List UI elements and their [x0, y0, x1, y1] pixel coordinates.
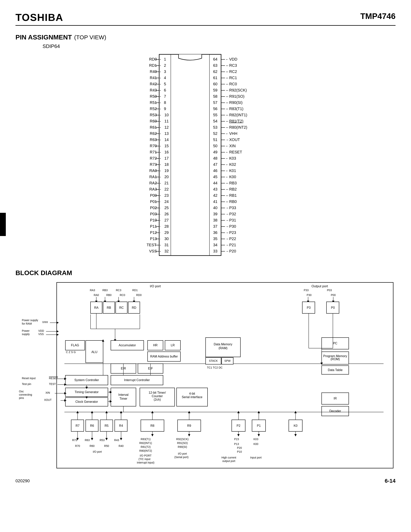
- svg-text:PC: PC: [333, 342, 337, 345]
- page: TOSHIBA TMP4746 PIN ASSIGNMENT (TOP VIEW…: [0, 0, 411, 532]
- svg-text:P20: P20: [229, 249, 236, 253]
- svg-text:←: ←: [225, 150, 229, 154]
- svg-text:←: ←: [225, 156, 229, 160]
- svg-text:Clock Generator: Clock Generator: [75, 400, 98, 403]
- svg-text:Program Memory: Program Memory: [323, 354, 347, 358]
- svg-text:RC0: RC0: [229, 82, 237, 86]
- sdip-label: SDIP64: [43, 43, 395, 49]
- svg-text:RB: RB: [107, 306, 111, 309]
- svg-text:K00: K00: [229, 175, 236, 179]
- svg-text:R53: R53: [100, 438, 105, 442]
- svg-text:RESET: RESET: [49, 377, 58, 380]
- svg-text:↔: ↔: [225, 95, 229, 98]
- svg-text:Timer: Timer: [119, 397, 127, 400]
- svg-text:P20: P20: [237, 446, 242, 449]
- svg-text:54: 54: [213, 119, 217, 123]
- svg-text:RB0: RB0: [106, 294, 112, 296]
- svg-text:supply: supply: [22, 332, 30, 336]
- svg-text:11: 11: [164, 119, 168, 123]
- svg-text:IR: IR: [334, 397, 337, 400]
- svg-text:RC3: RC3: [229, 63, 237, 67]
- svg-text:27: 27: [164, 218, 168, 222]
- svg-text:RA0: RA0: [93, 294, 99, 296]
- svg-text:←: ←: [225, 175, 229, 179]
- svg-text:50: 50: [213, 144, 217, 148]
- svg-text:K03: K03: [229, 156, 236, 160]
- svg-text:12: 12: [164, 125, 168, 129]
- svg-text:R50: R50: [104, 444, 109, 447]
- svg-text:R82(INT1): R82(INT1): [229, 113, 247, 117]
- svg-text:RAM Address buffer: RAM Address buffer: [150, 355, 178, 358]
- svg-text:29: 29: [164, 230, 168, 235]
- svg-text:VHH: VHH: [229, 131, 237, 136]
- svg-text:RC: RC: [119, 306, 124, 309]
- svg-text:K0: K0: [294, 424, 298, 427]
- svg-text:60: 60: [213, 82, 217, 86]
- svg-text:RA: RA: [94, 306, 98, 309]
- svg-text:SPW: SPW: [224, 359, 231, 362]
- svg-text:→: →: [225, 249, 229, 253]
- svg-text:↔: ↔: [225, 101, 229, 105]
- svg-text:R6: R6: [90, 424, 94, 427]
- svg-text:6: 6: [164, 88, 166, 92]
- svg-text:←: ←: [225, 163, 229, 167]
- svg-text:ALU: ALU: [91, 350, 97, 354]
- svg-text:↔: ↔: [225, 188, 229, 191]
- svg-text:↔: ↔: [225, 82, 229, 86]
- svg-text:5: 5: [164, 82, 166, 86]
- svg-text:R80(INT2): R80(INT2): [229, 125, 247, 129]
- svg-text:33: 33: [213, 249, 217, 253]
- svg-text:R70: R70: [75, 444, 80, 447]
- svg-text:Timing Generator: Timing Generator: [75, 390, 99, 394]
- pin-section: PIN ASSIGNMENT (TOP VIEW) SDIP64 .pn { f…: [16, 33, 395, 259]
- footer-page: 6-14: [385, 478, 395, 484]
- svg-text:RC0: RC0: [120, 294, 125, 296]
- svg-text:RB1: RB1: [229, 193, 237, 198]
- svg-text:39: 39: [213, 212, 217, 216]
- svg-text:VDD: VDD: [229, 57, 237, 61]
- svg-text:37: 37: [213, 224, 217, 228]
- svg-text:R60: R60: [90, 444, 94, 447]
- pin-title-bold: PIN ASSIGNMENT: [16, 33, 72, 41]
- svg-text:→: →: [225, 243, 229, 247]
- svg-text:VDD: VDD: [38, 329, 44, 332]
- svg-text:XOUT: XOUT: [44, 398, 52, 401]
- svg-text:R83(T1): R83(T1): [229, 107, 243, 111]
- footer-doc-num: 020290: [16, 478, 30, 484]
- svg-text:15: 15: [164, 144, 168, 148]
- svg-text:38: 38: [213, 218, 217, 222]
- svg-text:18: 18: [164, 162, 168, 167]
- svg-text:58: 58: [213, 94, 217, 98]
- svg-text:25: 25: [164, 206, 168, 210]
- svg-text:R40: R40: [119, 444, 124, 447]
- svg-text:20: 20: [164, 175, 168, 179]
- svg-text:21: 21: [164, 181, 168, 185]
- svg-text:TEST: TEST: [146, 243, 156, 247]
- svg-text:61: 61: [213, 76, 217, 80]
- svg-text:Osc: Osc: [19, 390, 24, 393]
- svg-text:HR: HR: [153, 343, 158, 347]
- svg-text:↔: ↔: [225, 200, 229, 204]
- svg-text:(Serial port): (Serial port): [174, 456, 188, 459]
- svg-text:46: 46: [213, 169, 217, 173]
- svg-text:RD1: RD1: [132, 289, 138, 292]
- svg-text:48: 48: [213, 156, 217, 160]
- svg-text:K02: K02: [229, 162, 236, 167]
- svg-text:P3: P3: [307, 306, 311, 309]
- svg-text:(T/C input: (T/C input: [139, 457, 150, 461]
- svg-text:14: 14: [164, 138, 168, 142]
- svg-text:Accumulator: Accumulator: [119, 343, 136, 347]
- svg-text:R4: R4: [119, 424, 123, 427]
- svg-text:←: ←: [225, 57, 229, 61]
- svg-text:63: 63: [213, 63, 217, 67]
- svg-text:→: →: [225, 206, 229, 210]
- svg-text:R63: R63: [85, 438, 90, 442]
- svg-text:R92(SCK): R92(SCK): [229, 88, 247, 92]
- svg-text:P1: P1: [257, 424, 261, 427]
- svg-text:34: 34: [213, 243, 217, 247]
- svg-text:P2: P2: [236, 424, 240, 427]
- svg-text:Interval: Interval: [118, 393, 128, 396]
- svg-text:30: 30: [164, 237, 168, 241]
- svg-text:35: 35: [213, 237, 217, 241]
- svg-text:52: 52: [213, 131, 217, 136]
